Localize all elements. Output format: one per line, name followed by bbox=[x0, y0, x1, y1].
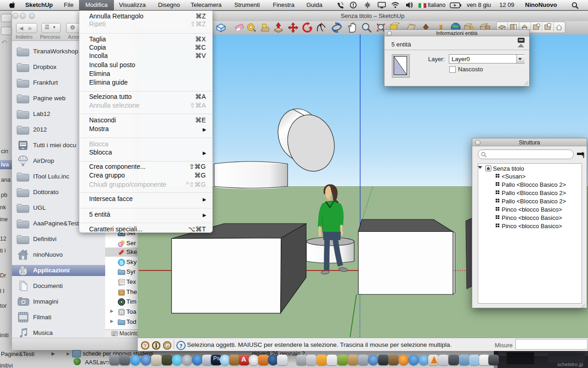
svg-text:?: ? bbox=[180, 342, 183, 349]
svg-text:S: S bbox=[120, 260, 123, 265]
